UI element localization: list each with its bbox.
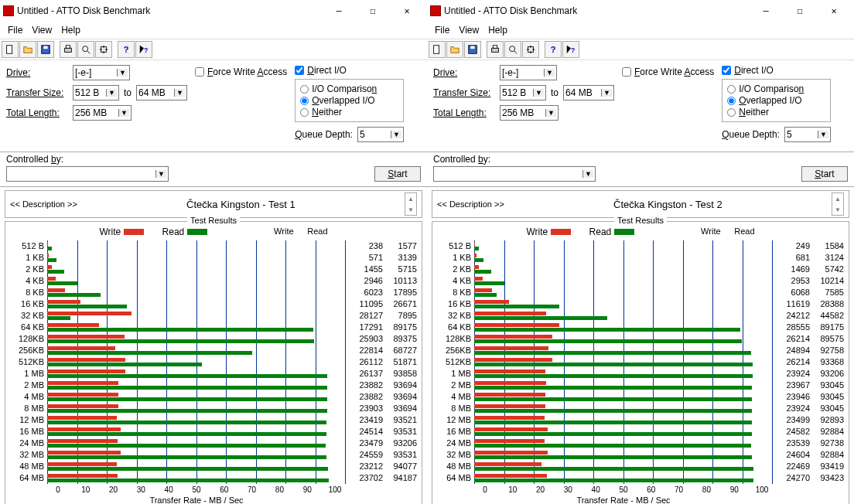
controlled-by-select[interactable]: ▼	[433, 166, 596, 182]
total-length-select[interactable]: 256 MB▼	[73, 105, 132, 121]
transfer-to-select[interactable]: 64 MB▼	[136, 85, 187, 100]
total-length-select[interactable]: 256 MB▼	[500, 105, 559, 121]
force-write-checkbox[interactable]: Force Write Access	[622, 66, 714, 77]
row-label: 4 KB	[10, 275, 44, 287]
print-button[interactable]	[487, 41, 504, 58]
write-value: 28555	[776, 322, 810, 333]
write-bar	[474, 369, 545, 373]
write-bar	[47, 404, 118, 408]
description-scroll[interactable]: ▲▼	[405, 192, 417, 216]
write-bar	[47, 451, 121, 455]
svg-point-5	[83, 46, 88, 52]
chevron-down-icon: ▼	[545, 109, 556, 117]
read-value: 92738	[810, 438, 844, 449]
write-bar	[474, 346, 548, 350]
maximize-button[interactable]: ☐	[783, 2, 817, 20]
description-label: << Description >>	[10, 199, 77, 209]
read-value: 93858	[383, 368, 417, 380]
close-button[interactable]: ✕	[390, 2, 424, 20]
write-value: 249	[776, 240, 810, 252]
description-group: << Description >> Čtečka Kingston - Test…	[432, 190, 849, 218]
transfer-from-select[interactable]: 512 B▼	[73, 85, 119, 100]
overlapped-io-radio[interactable]: Overlapped I/O	[300, 95, 398, 106]
save-file-button[interactable]	[37, 41, 54, 58]
read-bar	[47, 351, 252, 355]
zoom-button[interactable]	[77, 41, 94, 58]
read-value: 94077	[383, 461, 417, 472]
read-value: 93368	[810, 356, 844, 368]
drive-select[interactable]: [-e-]▼	[500, 65, 557, 80]
menu-view[interactable]: View	[454, 23, 483, 37]
maximize-button[interactable]: ☐	[356, 2, 390, 20]
write-value: 28127	[349, 310, 383, 322]
help-button[interactable]: ?	[545, 41, 562, 58]
menu-file[interactable]: File	[430, 23, 454, 37]
close-button[interactable]: ✕	[817, 2, 851, 20]
refresh-button[interactable]	[95, 41, 112, 58]
menu-file[interactable]: File	[3, 23, 27, 37]
settings-form: Drive: [-e-]▼ Transfer Size: 512 B▼ to 6…	[427, 60, 854, 152]
svg-line-6	[87, 51, 91, 54]
minimize-button[interactable]: —	[749, 2, 783, 20]
write-value: 11095	[349, 298, 383, 310]
queue-depth-select[interactable]: 5▼	[357, 127, 404, 142]
refresh-button[interactable]	[522, 41, 539, 58]
minimize-button[interactable]: —	[322, 2, 356, 20]
direct-io-checkbox[interactable]: Direct I/O	[295, 65, 404, 76]
direct-io-checkbox[interactable]: Direct I/O	[722, 65, 831, 76]
settings-form: Drive: [-e-]▼ Transfer Size: 512 B▼ to 6…	[0, 60, 427, 152]
write-swatch	[124, 229, 144, 235]
row-label: 32 MB	[10, 449, 44, 461]
write-value: 24212	[776, 310, 810, 322]
help-button[interactable]: ?	[118, 41, 135, 58]
scroll-up-icon: ▲	[405, 193, 416, 204]
chart-legend: Write Read WriteRead	[437, 226, 844, 237]
io-comparison-radio[interactable]: I/O Comparison	[300, 83, 398, 94]
neither-radio[interactable]: Neither	[727, 107, 825, 117]
menu-view[interactable]: View	[27, 23, 56, 37]
bar-row	[47, 252, 346, 264]
new-file-button[interactable]	[2, 41, 19, 58]
open-file-button[interactable]	[19, 41, 36, 58]
menu-help[interactable]: Help	[56, 23, 85, 37]
save-file-button[interactable]	[464, 41, 481, 58]
read-value: 89175	[383, 322, 417, 333]
bar-row	[474, 275, 773, 287]
write-value: 571	[349, 252, 383, 264]
new-file-button[interactable]	[429, 41, 446, 58]
queue-depth-select[interactable]: 5▼	[784, 127, 831, 142]
drive-select[interactable]: [-e-]▼	[73, 65, 130, 80]
transfer-from-select[interactable]: 512 B▼	[500, 85, 546, 100]
description-text: Čtečka Kingston - Test 1	[77, 199, 405, 210]
read-value: 7895	[383, 310, 417, 322]
io-comparison-radio[interactable]: I/O Comparison	[727, 83, 825, 94]
read-value: 17895	[383, 287, 417, 298]
whatsthis-button[interactable]: ?	[135, 41, 152, 58]
open-file-button[interactable]	[446, 41, 463, 58]
read-bar	[474, 281, 504, 285]
print-button[interactable]	[60, 41, 77, 58]
overlapped-io-radio[interactable]: Overlapped I/O	[727, 95, 825, 106]
write-value: 23903	[349, 403, 383, 414]
force-write-checkbox[interactable]: Force Write Access	[195, 66, 287, 77]
description-scroll[interactable]: ▲▼	[832, 192, 844, 216]
whatsthis-button[interactable]: ?	[562, 41, 579, 58]
read-bar	[47, 328, 313, 332]
transfer-to-select[interactable]: 64 MB▼	[563, 85, 614, 100]
bar-row	[47, 403, 346, 414]
numeric-columns: 2385711455294660231109528127172912590322…	[349, 240, 417, 484]
start-button[interactable]: Start	[374, 166, 421, 182]
queue-depth-label: Queue Depth:	[722, 129, 780, 140]
read-value: 92884	[810, 426, 844, 438]
start-button[interactable]: Start	[801, 166, 848, 182]
neither-radio[interactable]: Neither	[300, 107, 398, 117]
read-value: 92893	[810, 414, 844, 426]
write-value: 2946	[349, 275, 383, 287]
controlled-by-select[interactable]: ▼	[6, 166, 169, 182]
row-label: 32 KB	[437, 310, 471, 322]
bar-row	[47, 391, 346, 403]
read-bar	[47, 432, 326, 436]
write-value: 23539	[776, 438, 810, 449]
zoom-button[interactable]	[504, 41, 521, 58]
menu-help[interactable]: Help	[483, 23, 512, 37]
